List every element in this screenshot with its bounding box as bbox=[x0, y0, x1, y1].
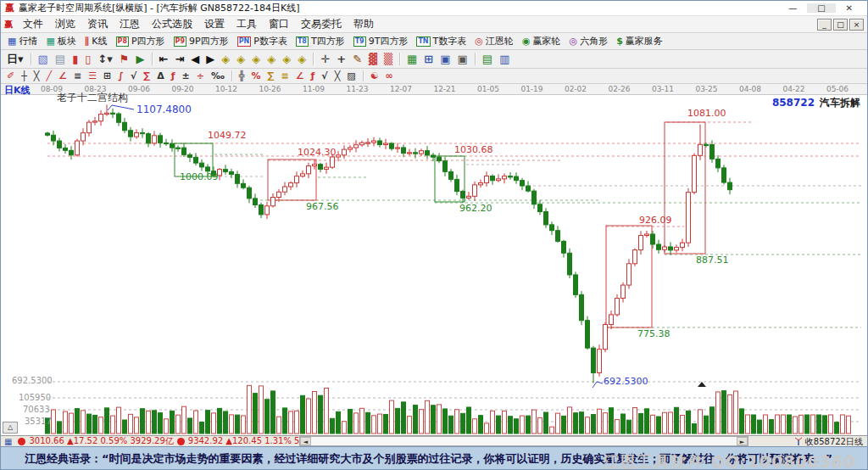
toolbar-button-9P四方形[interactable]: P99P四方形 bbox=[170, 35, 233, 48]
chart-tool-icon-15[interactable]: ◈ bbox=[233, 53, 248, 65]
drawing-tool-icon-19[interactable]: ∑ bbox=[264, 70, 278, 81]
chart-tool-icon-8[interactable]: ▶ bbox=[133, 53, 148, 65]
menu-item-浏览[interactable]: 浏览 bbox=[49, 17, 81, 31]
drawing-tool-icon-18[interactable]: % bbox=[248, 70, 264, 81]
scroll-left-arrow[interactable]: ◄ bbox=[300, 437, 311, 445]
chart-tool-icon-18[interactable]: ◈ bbox=[279, 53, 294, 65]
chart-tool-icon-11[interactable]: ⇥ bbox=[171, 53, 187, 65]
drawing-tool-icon-8[interactable]: ∫ bbox=[114, 70, 127, 81]
maximize-button[interactable]: □ bbox=[807, 3, 835, 13]
drawing-tool-icon-6[interactable]: ☰ bbox=[85, 70, 100, 81]
drawing-tool-icon-13[interactable]: ± bbox=[179, 70, 193, 81]
chart-tool-icon-7[interactable]: ⚑ bbox=[116, 53, 133, 65]
drawing-tool-icon-11[interactable]: Δ bbox=[153, 70, 168, 81]
drawing-tool-icon-10[interactable]: ∑ bbox=[140, 70, 153, 81]
mdi-minimize-button[interactable]: _ bbox=[817, 19, 832, 31]
pn-icon: PN bbox=[237, 36, 252, 47]
toolbar-button-P数字表[interactable]: PNP数字表 bbox=[233, 35, 292, 48]
drawing-tool-icon-17[interactable]: ╬ bbox=[236, 70, 248, 81]
menu-bar: 赢 文件浏览资讯江恩公式选股设置工具窗口交易委托帮助 _□× bbox=[1, 16, 867, 33]
mdi-close-button[interactable]: × bbox=[849, 19, 864, 31]
行情-icon: ▦ bbox=[8, 36, 16, 47]
drawing-tool-icon-3[interactable]: ╱ bbox=[42, 70, 55, 81]
toolbar-button-行情[interactable]: ▦行情 bbox=[3, 35, 42, 48]
chart-tool-icon-10[interactable]: ⇤ bbox=[156, 53, 172, 65]
menu-item-江恩[interactable]: 江恩 bbox=[114, 17, 146, 31]
toolbar-label: 赢家轮 bbox=[533, 35, 561, 48]
drawing-tool-icon-25[interactable]: ▨ bbox=[343, 70, 359, 81]
drawing-tool-icon-5[interactable]: ≡ bbox=[70, 70, 85, 81]
mdi-controls: _□× bbox=[817, 19, 867, 31]
chart-tool-icon-21[interactable]: ✛ bbox=[317, 53, 333, 65]
drawing-tool-icon-28[interactable]: ∞ bbox=[382, 70, 397, 81]
chart-tool-icon-29[interactable]: ▣ bbox=[437, 53, 453, 65]
toolbar-button-P四方形[interactable]: P8P四方形 bbox=[112, 35, 170, 48]
drawing-tool-icon-7[interactable]: ⊞ bbox=[100, 70, 114, 81]
chart-tool-icon-5[interactable]: ▯ bbox=[81, 53, 94, 65]
t9-icon: T9 bbox=[353, 36, 366, 47]
drawing-tool-icon-9[interactable]: √ bbox=[127, 70, 140, 81]
drawing-tool-icon-21[interactable]: ∠ bbox=[292, 70, 308, 81]
menu-item-资讯[interactable]: 资讯 bbox=[81, 17, 114, 31]
chart-tool-icon-13[interactable]: ▶ bbox=[203, 53, 218, 65]
drawing-tool-icon-2[interactable]: ╳ bbox=[31, 70, 43, 81]
received-data-label: 收858722日线 bbox=[805, 436, 863, 448]
drawing-tool-icon-4[interactable]: ∠ bbox=[55, 70, 70, 81]
toolbar-button-赢家服务[interactable]: $赢家服务 bbox=[612, 35, 667, 48]
mdi-restore-button[interactable]: □ bbox=[833, 19, 848, 31]
menu-item-窗口[interactable]: 窗口 bbox=[263, 17, 295, 31]
minimize-button[interactable]: — bbox=[778, 3, 807, 13]
menu-item-交易委托[interactable]: 交易委托 bbox=[295, 17, 348, 31]
chart-tool-icon-17[interactable]: ◈ bbox=[264, 53, 279, 65]
menu-item-公式选股[interactable]: 公式选股 bbox=[146, 17, 198, 31]
menu-item-帮助[interactable]: 帮助 bbox=[348, 17, 380, 31]
chart-tool-icon-25[interactable]: ▒ bbox=[381, 53, 396, 65]
chart-tool-icon-23[interactable]: ✎ bbox=[349, 53, 365, 65]
chart-tool-icon-30[interactable]: ▣ bbox=[454, 53, 471, 65]
menu-item-文件[interactable]: 文件 bbox=[17, 17, 49, 31]
chart-tool-icon-33[interactable]: ▥ bbox=[496, 53, 513, 65]
toolbar-button-板块[interactable]: ▦板块 bbox=[42, 35, 80, 48]
drawing-tool-icon-0[interactable]: ✐ bbox=[3, 70, 18, 81]
chart-tool-icon-16[interactable]: ◈ bbox=[248, 53, 264, 65]
grid-icon[interactable]: ▦ bbox=[4, 437, 12, 446]
drawing-tool-icon-20[interactable]: ≡ bbox=[277, 70, 292, 81]
chart-tool-icon-27[interactable]: ▦ bbox=[403, 53, 420, 65]
chart-tool-icon-0[interactable]: 日▾ bbox=[3, 52, 27, 67]
volume-expand-button[interactable]: △ bbox=[3, 422, 18, 434]
chart-tool-icon-28[interactable]: ⊞ bbox=[420, 53, 437, 65]
drawing-tool-icon-1[interactable]: ┼ bbox=[18, 70, 31, 81]
drawing-tool-icon-12[interactable]: ƒ bbox=[168, 70, 179, 81]
toolbar-button-T数字表[interactable]: TNT数字表 bbox=[412, 35, 470, 48]
menu-item-工具[interactable]: 工具 bbox=[231, 17, 263, 31]
chart-tool-icon-4[interactable]: ▮ bbox=[69, 53, 81, 65]
toolbar-button-赢家轮[interactable]: ◉赢家轮 bbox=[518, 35, 565, 48]
toolbar-label: 江恩轮 bbox=[486, 35, 514, 48]
drawing-tool-icon-24[interactable]: ╳ bbox=[331, 70, 344, 81]
drawing-tool-icon-22[interactable]: ƒ bbox=[308, 70, 319, 81]
toolbar-button-六角形[interactable]: ◎六角形 bbox=[565, 35, 613, 48]
chart-tool-icon-14[interactable]: ◈ bbox=[218, 53, 233, 65]
date-tick: 04-22 bbox=[777, 85, 811, 93]
chart-tool-icon-12[interactable]: ◀ bbox=[187, 53, 203, 65]
drawing-tool-icon-14[interactable]: ÷ bbox=[193, 70, 208, 81]
toolbar-button-江恩轮[interactable]: ◎江恩轮 bbox=[470, 35, 518, 48]
chart-tool-icon-3[interactable]: ▤ bbox=[52, 53, 69, 65]
drawing-tool-icon-15[interactable]: ‰ bbox=[208, 70, 228, 81]
chart-tool-icon-22[interactable]: + bbox=[333, 53, 349, 65]
toolbar-button-T四方形[interactable]: T8T四方形 bbox=[292, 35, 349, 48]
chart-area[interactable]: 江恩工具软件 QQ:100800360 赢家聊吧 财赢 bbox=[1, 95, 867, 435]
chart-tool-icon-32[interactable]: ▤ bbox=[479, 53, 496, 65]
toolbar-button-9T四方形[interactable]: T99T四方形 bbox=[349, 35, 413, 48]
chart-tool-icon-19[interactable]: ◈ bbox=[294, 53, 309, 65]
drawing-tool-icon-27[interactable]: ☯ bbox=[367, 70, 382, 81]
horizontal-scrollbar[interactable]: ◄ ► bbox=[299, 436, 748, 446]
drawing-tool-icon-23[interactable]: √ bbox=[318, 70, 331, 81]
chart-tool-icon-6[interactable]: ↕▾ bbox=[94, 53, 115, 65]
close-button[interactable]: ✕ bbox=[836, 3, 863, 13]
scroll-right-arrow[interactable]: ► bbox=[737, 437, 748, 445]
chart-tool-icon-2[interactable]: ▧ bbox=[35, 53, 52, 65]
menu-item-设置[interactable]: 设置 bbox=[198, 17, 231, 31]
chart-tool-icon-24[interactable]: ▓ bbox=[365, 53, 381, 65]
toolbar-button-K线[interactable]: ∥K线 bbox=[81, 35, 112, 48]
